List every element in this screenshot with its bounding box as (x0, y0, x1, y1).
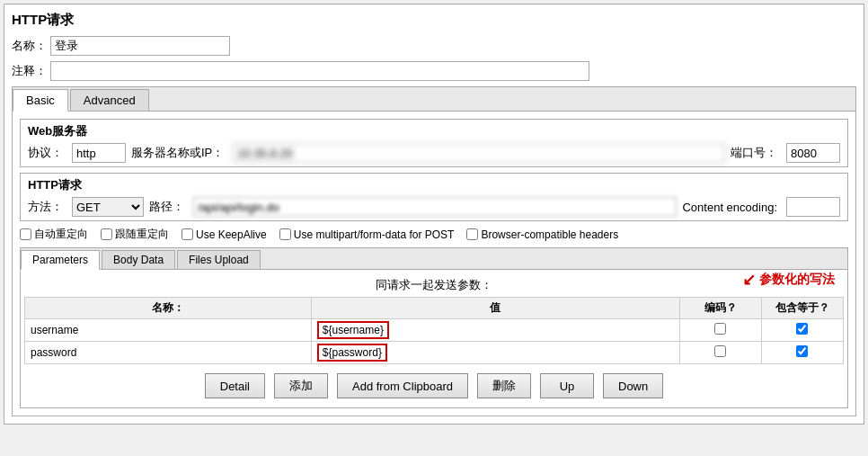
web-server-section: Web服务器 协议： 服务器名称或IP： 端口号： (20, 119, 848, 167)
table-row[interactable]: username${username} (25, 319, 844, 342)
table-row[interactable]: password${password} (25, 342, 844, 364)
http-request-section: HTTP请求 方法： GET POST PUT DELETE 路径： Conte… (20, 173, 848, 221)
tab-parameters[interactable]: Parameters (21, 250, 100, 270)
panel-title: HTTP请求 (12, 12, 856, 29)
up-button[interactable]: Up (540, 373, 594, 398)
encoding-input[interactable] (786, 197, 840, 217)
param-name-cell: username (25, 319, 312, 342)
port-label: 端口号： (731, 145, 777, 161)
tab-body-data[interactable]: Body Data (102, 250, 175, 269)
method-select[interactable]: GET POST PUT DELETE (72, 197, 144, 217)
main-tabs-container: Basic Advanced Web服务器 协议： 服务器名称或IP： 端口号：… (12, 86, 856, 416)
protocol-input[interactable] (72, 143, 126, 163)
server-row: 协议： 服务器名称或IP： 端口号： (28, 143, 840, 163)
add-from-clipboard-button[interactable]: Add from Clipboard (337, 373, 468, 398)
main-panel: HTTP请求 名称： 注释： Basic Advanced Web服务器 协议：… (4, 4, 864, 425)
checkboxes-row: 自动重定向 跟随重定向 Use KeepAlive Use multipart/… (20, 227, 848, 242)
checkbox-keepalive[interactable]: Use KeepAlive (182, 228, 267, 241)
comment-input[interactable] (50, 61, 589, 81)
server-label: 服务器名称或IP： (131, 145, 224, 161)
param-value-cell: ${username} (311, 319, 679, 342)
server-input[interactable] (233, 143, 725, 163)
param-encode-cell[interactable] (679, 342, 761, 364)
name-label: 名称： (12, 38, 47, 54)
protocol-label: 协议： (28, 145, 63, 161)
tab-basic[interactable]: Basic (13, 89, 68, 112)
checkbox-auto-redirect[interactable]: 自动重定向 (20, 227, 88, 242)
add-button[interactable]: 添加 (274, 373, 328, 398)
bottom-buttons: Detail 添加 Add from Clipboard 删除 Up Down (24, 364, 844, 404)
inner-tabs-container: Parameters Body Data Files Upload 同请求一起发… (20, 247, 848, 408)
name-input[interactable] (50, 36, 230, 56)
tab-files-upload[interactable]: Files Upload (177, 250, 261, 269)
param-value-highlight: ${username} (317, 321, 389, 339)
inner-tab-bar: Parameters Body Data Files Upload (21, 248, 847, 270)
col-header-encode: 编码？ (679, 298, 761, 319)
col-header-value: 值 (311, 298, 679, 319)
checkbox-browser-headers[interactable]: Browser-compatible headers (466, 228, 618, 241)
port-input[interactable] (786, 143, 840, 163)
annotation-text: ↙ 参数化的写法 (742, 270, 835, 290)
params-header: 同请求一起发送参数： ↙ 参数化的写法 (24, 277, 844, 293)
detail-button[interactable]: Detail (205, 373, 265, 398)
checkbox-multipart[interactable]: Use multipart/form-data for POST (279, 228, 455, 241)
param-include-cell[interactable] (761, 319, 843, 342)
param-name-cell: password (25, 342, 312, 364)
col-header-name: 名称： (25, 298, 312, 319)
main-tab-bar: Basic Advanced (13, 87, 855, 112)
method-label: 方法： (28, 199, 63, 215)
param-value-highlight: ${password} (317, 344, 387, 362)
path-input[interactable] (193, 197, 677, 217)
path-label: 路径： (149, 199, 184, 215)
comment-row: 注释： (12, 61, 856, 81)
web-server-title: Web服务器 (28, 123, 840, 139)
basic-tab-content: Web服务器 协议： 服务器名称或IP： 端口号： HTTP请求 方法： GET (13, 112, 855, 416)
checkbox-follow-redirect[interactable]: 跟随重定向 (101, 227, 169, 242)
params-table: 名称： 值 编码？ 包含等于？ username${username}passw… (24, 297, 844, 364)
comment-label: 注释： (12, 63, 47, 79)
tab-advanced[interactable]: Advanced (70, 89, 149, 111)
down-button[interactable]: Down (603, 373, 663, 398)
param-include-cell[interactable] (761, 342, 843, 364)
http-request-title: HTTP请求 (28, 177, 840, 193)
col-header-include: 包含等于？ (761, 298, 843, 319)
params-header-text: 同请求一起发送参数： (376, 278, 492, 291)
parameters-tab-content: 同请求一起发送参数： ↙ 参数化的写法 名称： 值 编码？ 包含等于？ (21, 270, 847, 407)
params-header-wrapper: 同请求一起发送参数： ↙ 参数化的写法 (24, 277, 844, 293)
encoding-label: Content encoding: (682, 201, 777, 214)
name-row: 名称： (12, 36, 856, 56)
delete-button[interactable]: 删除 (477, 373, 531, 398)
param-encode-cell[interactable] (679, 319, 761, 342)
http-request-row: 方法： GET POST PUT DELETE 路径： Content enco… (28, 197, 840, 217)
param-value-cell: ${password} (311, 342, 679, 364)
